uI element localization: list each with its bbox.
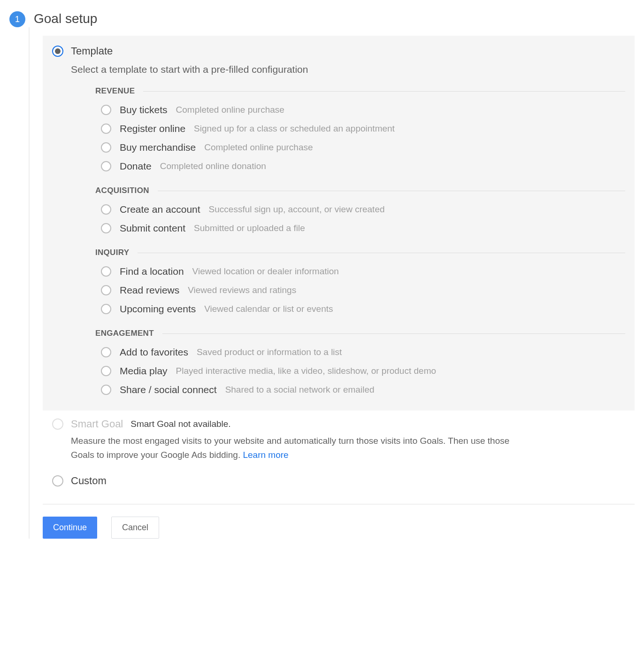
radio-share-social[interactable] <box>101 385 111 395</box>
group-inquiry-title: INQUIRY <box>95 248 129 257</box>
item-label: Create an account <box>120 204 200 215</box>
divider <box>158 191 625 191</box>
group-engagement: ENGAGEMENT Add to favorites Saved produc… <box>95 329 625 399</box>
template-panel: Template Select a template to start with… <box>43 36 635 410</box>
item-desc: Successful sign up, account, or view cre… <box>209 204 385 215</box>
radio-upcoming-events[interactable] <box>101 304 111 314</box>
group-engagement-header: ENGAGEMENT <box>95 329 625 338</box>
item-submit-content[interactable]: Submit content Submitted or uploaded a f… <box>101 219 625 238</box>
smart-goal-label: Smart Goal <box>71 418 123 430</box>
radio-create-account[interactable] <box>101 204 111 215</box>
radio-media-play[interactable] <box>101 366 111 376</box>
item-upcoming-events[interactable]: Upcoming events Viewed calendar or list … <box>101 300 625 318</box>
item-label: Media play <box>120 365 168 377</box>
item-label: Donate <box>120 161 152 172</box>
item-label: Add to favorites <box>120 347 188 358</box>
radio-submit-content[interactable] <box>101 223 111 233</box>
item-desc: Signed up for a class or scheduled an ap… <box>194 124 395 134</box>
item-desc: Shared to a social network or emailed <box>225 385 375 395</box>
custom-label: Custom <box>71 475 107 487</box>
template-radio-row[interactable]: Template <box>52 45 625 57</box>
group-acquisition: ACQUISITION Create an account Successful… <box>95 186 625 238</box>
group-inquiry: INQUIRY Find a location Viewed location … <box>95 248 625 318</box>
item-desc: Completed online donation <box>160 161 266 171</box>
item-buy-merchandise[interactable]: Buy merchandise Completed online purchas… <box>101 138 625 157</box>
template-description: Select a template to start with a pre-fi… <box>71 64 625 75</box>
item-label: Buy tickets <box>120 104 168 116</box>
item-donate[interactable]: Donate Completed online donation <box>101 157 625 176</box>
radio-register-online[interactable] <box>101 124 111 134</box>
radio-read-reviews[interactable] <box>101 285 111 295</box>
radio-add-favorites[interactable] <box>101 347 111 357</box>
step-number-badge: 1 <box>9 11 25 27</box>
continue-button[interactable]: Continue <box>43 517 97 539</box>
template-radio[interactable] <box>52 46 63 57</box>
item-desc: Viewed location or dealer information <box>192 266 339 277</box>
divider <box>162 333 625 334</box>
radio-donate[interactable] <box>101 161 111 171</box>
group-inquiry-header: INQUIRY <box>95 248 625 257</box>
group-acquisition-title: ACQUISITION <box>95 186 149 195</box>
smart-goal-description: Measure the most engaged visits to your … <box>71 434 531 463</box>
item-label: Read reviews <box>120 285 179 296</box>
custom-radio[interactable] <box>52 475 63 487</box>
custom-radio-row[interactable]: Custom <box>52 475 635 487</box>
step-header: 1 Goal setup <box>9 9 635 27</box>
item-label: Find a location <box>120 266 184 277</box>
item-desc: Completed online purchase <box>176 105 284 115</box>
radio-find-location[interactable] <box>101 266 111 277</box>
item-read-reviews[interactable]: Read reviews Viewed reviews and ratings <box>101 281 625 300</box>
item-label: Upcoming events <box>120 303 196 315</box>
item-create-account[interactable]: Create an account Successful sign up, ac… <box>101 200 625 219</box>
smart-goal-radio-row: Smart Goal Smart Goal not available. <box>52 418 635 430</box>
options-area: Template Select a template to start with… <box>43 36 635 487</box>
item-register-online[interactable]: Register online Signed up for a class or… <box>101 119 625 138</box>
template-label: Template <box>71 45 113 57</box>
divider <box>138 253 625 253</box>
item-label: Buy merchandise <box>120 142 196 153</box>
divider <box>143 91 625 92</box>
cancel-button[interactable]: Cancel <box>111 517 159 539</box>
radio-buy-tickets[interactable] <box>101 105 111 115</box>
item-desc: Viewed reviews and ratings <box>188 285 296 295</box>
item-desc: Viewed calendar or list or events <box>204 304 333 314</box>
item-find-location[interactable]: Find a location Viewed location or deale… <box>101 262 625 281</box>
step-body: Template Select a template to start with… <box>29 27 635 539</box>
group-revenue-title: REVENUE <box>95 86 135 96</box>
smart-goal-radio <box>52 418 63 430</box>
group-revenue: REVENUE Buy tickets Completed online pur… <box>95 86 625 176</box>
item-desc: Played interactive media, like a video, … <box>176 366 436 376</box>
divider <box>43 504 635 504</box>
smart-goal-desc-text: Measure the most engaged visits to your … <box>71 436 509 460</box>
item-desc: Completed online purchase <box>204 142 313 153</box>
item-desc: Submitted or uploaded a file <box>194 223 305 233</box>
item-label: Share / social connect <box>120 384 217 395</box>
item-buy-tickets[interactable]: Buy tickets Completed online purchase <box>101 101 625 119</box>
step-title: Goal setup <box>34 11 97 26</box>
learn-more-link[interactable]: Learn more <box>243 450 288 460</box>
smart-goal-not-available: Smart Goal not available. <box>130 419 230 429</box>
item-media-play[interactable]: Media play Played interactive media, lik… <box>101 362 625 380</box>
item-desc: Saved product or information to a list <box>197 347 342 357</box>
smart-goal-block: Smart Goal Smart Goal not available. Mea… <box>52 418 635 463</box>
group-engagement-title: ENGAGEMENT <box>95 329 154 338</box>
item-label: Register online <box>120 123 185 134</box>
item-share-social[interactable]: Share / social connect Shared to a socia… <box>101 380 625 399</box>
item-add-favorites[interactable]: Add to favorites Saved product or inform… <box>101 343 625 362</box>
group-revenue-header: REVENUE <box>95 86 625 96</box>
radio-buy-merchandise[interactable] <box>101 142 111 153</box>
item-label: Submit content <box>120 223 185 234</box>
group-acquisition-header: ACQUISITION <box>95 186 625 195</box>
button-row: Continue Cancel <box>43 517 635 539</box>
